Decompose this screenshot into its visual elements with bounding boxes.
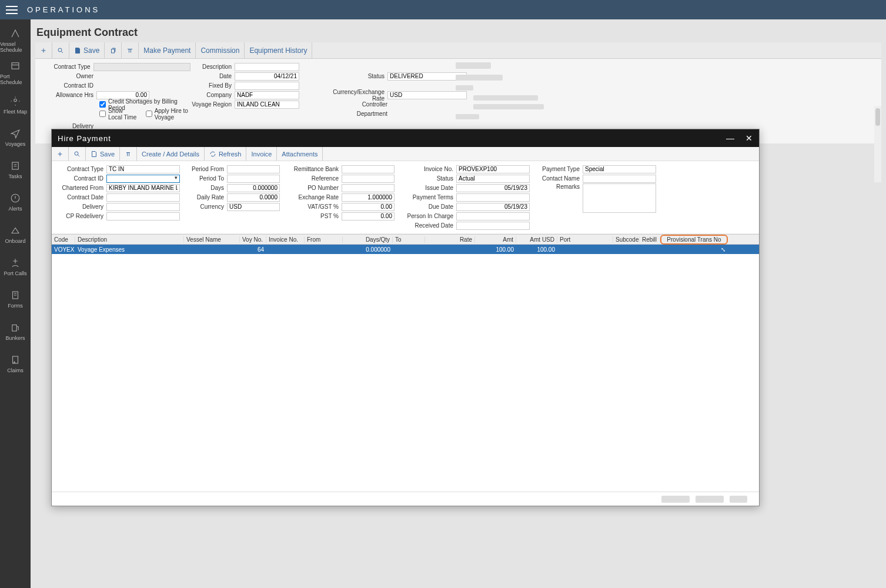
contract-type-input[interactable] [93, 63, 190, 71]
copy-button[interactable] [105, 42, 122, 58]
hp-contact-name-input[interactable] [583, 175, 656, 183]
hp-days-input[interactable] [227, 184, 280, 192]
refresh-button[interactable]: Refresh [205, 147, 247, 161]
hp-remarks-input[interactable] [583, 183, 656, 213]
hp-daily-rate-input[interactable] [227, 193, 280, 202]
credit-shortages-checkbox[interactable] [99, 101, 106, 108]
hp-remittance-bank-input[interactable] [342, 165, 394, 173]
hp-cp-redelivery-input[interactable] [106, 212, 180, 220]
fixed-by-input[interactable] [235, 82, 299, 90]
search-button[interactable] [52, 42, 69, 58]
col-description[interactable]: Description [75, 236, 184, 243]
col-amt[interactable]: Amt [475, 236, 516, 243]
invoice-button[interactable]: Invoice [246, 147, 277, 161]
save-button[interactable]: Save [69, 42, 105, 58]
col-code[interactable]: Code [52, 236, 75, 243]
col-rate[interactable]: Rate [425, 236, 475, 243]
svg-rect-0 [12, 62, 19, 69]
sidebar-bunkers[interactable]: Bunkers [0, 315, 31, 348]
hp-contract-date-input[interactable] [106, 193, 180, 202]
hp-period-to-input[interactable] [227, 175, 280, 183]
hp-invoice-no-input[interactable] [456, 165, 530, 173]
hp-period-from-input[interactable] [227, 165, 280, 173]
col-vessel[interactable]: Vessel Name [184, 236, 240, 243]
company-input[interactable] [235, 91, 299, 99]
voyage-region-input[interactable] [235, 101, 299, 109]
allowance-hrs-label: Allowance Hrs [38, 92, 96, 98]
sidebar-tasks[interactable]: Tasks [0, 153, 31, 186]
modal-delete-button[interactable] [120, 147, 137, 161]
top-bar: OPERATIONS [0, 0, 886, 19]
page-title: Equipment Contract [35, 24, 881, 42]
sidebar-vessel-schedule[interactable]: Vessel Schedule [0, 24, 31, 56]
grid-row[interactable]: VOYEX Voyage Expenses 64 0.000000 100.00… [52, 245, 759, 254]
modal-add-button[interactable] [52, 147, 69, 161]
modal-footer [52, 492, 759, 506]
add-button[interactable] [35, 42, 52, 58]
hp-po-number-input[interactable] [342, 184, 394, 192]
col-subcode[interactable]: Subcode [613, 236, 640, 243]
hp-payment-type-input[interactable] [583, 165, 656, 173]
hp-due-date-input[interactable] [456, 203, 530, 211]
col-port[interactable]: Port [557, 236, 613, 243]
description-input[interactable] [235, 63, 299, 71]
hp-contract-type-input[interactable] [106, 165, 180, 173]
modal-search-button[interactable] [69, 147, 86, 161]
make-payment-button[interactable]: Make Payment [139, 42, 196, 58]
modal-save-button[interactable]: Save [86, 147, 120, 161]
date-input[interactable] [235, 72, 299, 81]
col-voy[interactable]: Voy No. [240, 236, 266, 243]
hp-issue-date-input[interactable] [456, 184, 530, 192]
col-amtusd[interactable]: Amt USD [516, 236, 557, 243]
apply-hire-checkbox[interactable] [146, 111, 152, 117]
show-local-time-checkbox[interactable] [99, 111, 106, 117]
col-from[interactable]: From [305, 236, 343, 243]
sidebar-fleet-map[interactable]: Fleet Map [0, 89, 31, 121]
col-to[interactable]: To [393, 236, 425, 243]
hp-exchange-rate-input[interactable] [342, 193, 394, 202]
hp-chartered-from-input[interactable] [106, 184, 180, 192]
sidebar-voyages[interactable]: Voyages [0, 121, 31, 153]
footer-skeleton [730, 496, 747, 503]
minimize-icon[interactable]: — [726, 133, 735, 143]
hp-status-input[interactable] [456, 175, 530, 183]
sidebar-port-calls[interactable]: Port Calls [0, 250, 31, 283]
sidebar-claims[interactable]: Claims [0, 348, 31, 380]
attachments-button[interactable]: Attachments [277, 147, 323, 161]
col-daysqty[interactable]: Days/Qty [343, 236, 393, 243]
delete-button[interactable] [122, 42, 139, 58]
menu-icon[interactable] [6, 6, 18, 14]
svg-rect-5 [12, 325, 17, 331]
hp-person-input[interactable] [456, 212, 530, 220]
fixed-by-label: Fixed By [190, 82, 235, 89]
col-rebill[interactable]: Rebill [640, 236, 660, 243]
col-invoice[interactable]: Invoice No. [266, 236, 305, 243]
grid-body: VOYEX Voyage Expenses 64 0.000000 100.00… [52, 245, 759, 492]
hp-received-date-input[interactable] [456, 222, 530, 230]
hire-payment-form: Contract Type Contract ID Chartered From… [52, 161, 759, 234]
sidebar-onboard[interactable]: Onboard [0, 218, 31, 250]
form-scrollbar[interactable] [874, 106, 881, 182]
equipment-history-button[interactable]: Equipment History [245, 42, 312, 58]
hp-reference-input[interactable] [342, 175, 394, 183]
svg-rect-6 [13, 356, 18, 363]
hp-payment-terms-input[interactable] [456, 193, 530, 202]
currency-input[interactable] [387, 91, 467, 99]
modal-toolbar: Save Create / Add Details Refresh Invoic… [52, 147, 759, 161]
col-provisional-trans-no[interactable]: Provisional Trans No [660, 235, 728, 245]
hp-vat-gst-input[interactable] [342, 203, 394, 211]
commission-button[interactable]: Commission [196, 42, 245, 58]
sidebar: Vessel Schedule Port Schedule Fleet Map … [0, 19, 31, 588]
create-add-details-button[interactable]: Create / Add Details [137, 147, 205, 161]
sidebar-alerts[interactable]: Alerts [0, 186, 31, 218]
close-icon[interactable]: ✕ [745, 133, 753, 143]
hp-delivery-input[interactable] [106, 203, 180, 211]
hp-pst-input[interactable] [342, 212, 394, 220]
hp-contract-id-dropdown[interactable] [106, 175, 180, 183]
hp-currency-input[interactable] [227, 203, 280, 211]
status-input[interactable] [387, 72, 467, 81]
sidebar-port-schedule[interactable]: Port Schedule [0, 56, 31, 89]
contract-id-label: Contract ID [38, 82, 96, 89]
sidebar-forms[interactable]: Forms [0, 283, 31, 315]
voyage-region-label: Voyage Region [190, 101, 235, 108]
